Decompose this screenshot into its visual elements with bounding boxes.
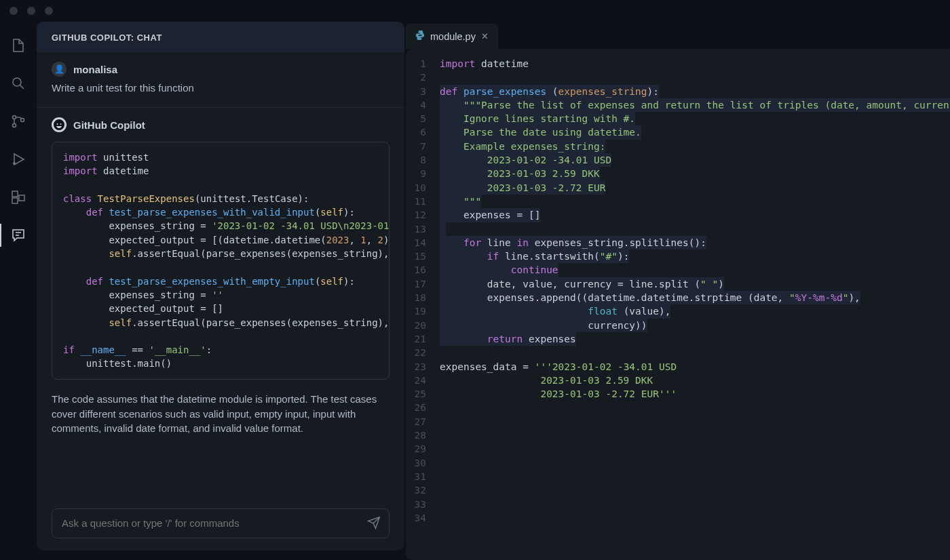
send-icon[interactable] bbox=[367, 516, 381, 532]
divider bbox=[37, 107, 404, 108]
line-number: 29 bbox=[406, 442, 426, 456]
tab-bar: module.py ✕ bbox=[406, 22, 950, 49]
extensions-icon[interactable] bbox=[10, 188, 27, 206]
line-number: 32 bbox=[406, 483, 426, 497]
line-number: 30 bbox=[406, 456, 426, 470]
chat-icon[interactable] bbox=[10, 226, 27, 244]
line-number: 12 bbox=[406, 208, 426, 222]
assistant-name: GitHub Copilot bbox=[73, 119, 145, 131]
window-titlebar bbox=[0, 0, 950, 22]
git-icon[interactable] bbox=[10, 113, 27, 130]
line-number: 28 bbox=[406, 428, 426, 442]
copilot-chat-panel: GITHUB COPILOT: CHAT 👤 monalisa Write a … bbox=[37, 22, 404, 551]
line-number: 27 bbox=[406, 415, 426, 428]
line-number: 10 bbox=[406, 181, 426, 195]
line-number: 31 bbox=[406, 470, 426, 483]
traffic-light-minimize[interactable] bbox=[27, 7, 35, 15]
line-number: 1 bbox=[406, 57, 426, 71]
line-number: 5 bbox=[406, 112, 426, 125]
line-number: 8 bbox=[406, 153, 426, 167]
line-number: 14 bbox=[406, 236, 426, 249]
line-number: 24 bbox=[406, 374, 426, 387]
chat-input-container bbox=[52, 508, 390, 538]
assistant-code-block[interactable]: import unittestimport datetime class Tes… bbox=[52, 142, 390, 380]
line-number: 26 bbox=[406, 401, 426, 414]
line-number: 15 bbox=[406, 249, 426, 263]
user-avatar: 👤 bbox=[52, 62, 66, 77]
python-icon bbox=[415, 31, 425, 42]
line-number: 23 bbox=[406, 360, 426, 374]
chat-header: GITHUB COPILOT: CHAT bbox=[37, 22, 404, 52]
svg-rect-7 bbox=[19, 195, 24, 201]
line-number: 20 bbox=[406, 319, 426, 332]
line-number: 7 bbox=[406, 140, 426, 153]
line-number: 21 bbox=[406, 332, 426, 346]
activity-bar bbox=[0, 22, 37, 560]
svg-point-2 bbox=[13, 124, 16, 127]
code-content[interactable]: import datetime def parse_expenses (expe… bbox=[440, 57, 950, 560]
debug-icon[interactable] bbox=[10, 151, 27, 168]
line-number: 25 bbox=[406, 387, 426, 401]
files-icon[interactable] bbox=[10, 37, 27, 54]
line-number: 18 bbox=[406, 291, 426, 304]
editor-area: module.py ✕ 1234567891011121314151617181… bbox=[406, 22, 950, 560]
copilot-avatar bbox=[52, 117, 66, 132]
svg-point-1 bbox=[13, 116, 16, 119]
close-icon[interactable]: ✕ bbox=[481, 31, 489, 41]
assistant-explanation: The code assumes that the datetime modul… bbox=[52, 392, 390, 436]
line-number: 34 bbox=[406, 511, 426, 525]
line-number: 3 bbox=[406, 85, 426, 98]
line-number: 33 bbox=[406, 498, 426, 511]
code-editor[interactable]: 1234567891011121314151617181920212223242… bbox=[406, 49, 950, 560]
svg-point-0 bbox=[13, 78, 21, 86]
line-number: 22 bbox=[406, 346, 426, 359]
svg-rect-5 bbox=[12, 191, 18, 197]
line-gutter: 1234567891011121314151617181920212223242… bbox=[406, 57, 440, 560]
traffic-light-close[interactable] bbox=[10, 7, 18, 15]
svg-point-4 bbox=[13, 162, 16, 165]
traffic-light-maximize[interactable] bbox=[45, 7, 53, 15]
line-number: 4 bbox=[406, 98, 426, 112]
line-number: 17 bbox=[406, 277, 426, 291]
user-message: Write a unit test for this function bbox=[52, 82, 390, 94]
line-number: 9 bbox=[406, 167, 426, 180]
line-number: 6 bbox=[406, 125, 426, 139]
chat-input[interactable] bbox=[62, 517, 356, 529]
line-number: 13 bbox=[406, 222, 426, 236]
line-number: 11 bbox=[406, 195, 426, 208]
line-number: 19 bbox=[406, 304, 426, 318]
line-number: 2 bbox=[406, 71, 426, 84]
user-name: monalisa bbox=[73, 64, 117, 75]
tab-filename: module.py bbox=[430, 31, 476, 42]
svg-rect-6 bbox=[12, 198, 18, 203]
editor-tab[interactable]: module.py ✕ bbox=[406, 24, 498, 49]
line-number: 16 bbox=[406, 263, 426, 277]
search-icon[interactable] bbox=[10, 75, 27, 92]
